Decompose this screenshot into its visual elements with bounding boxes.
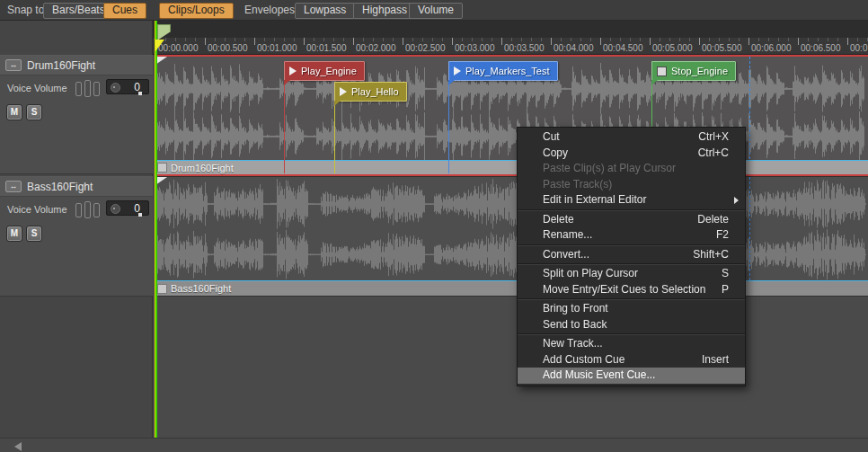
flag-tail	[284, 80, 290, 85]
time-ruler[interactable]: 00:00.00000:00.50000:01.00000:01.50000:0…	[153, 38, 868, 55]
ruler-tick	[798, 38, 799, 45]
menu-item-label: Move Entry/Exit Cues to Selection	[543, 282, 705, 298]
ruler-tick	[314, 38, 314, 41]
menu-item-shortcut: S	[722, 266, 729, 282]
track-header-bass[interactable]: ↔ Bass160Fight Voice Volume 0 M S	[0, 176, 153, 297]
cue-flag-play-markers-test[interactable]: Play_Markers_Test	[448, 61, 558, 81]
menu-item-cut[interactable]: CutCtrl+X	[518, 129, 745, 146]
mute-button[interactable]: M	[6, 104, 22, 120]
menu-item-bring-to-front[interactable]: Bring to Front	[518, 301, 745, 317]
menu-item-move-entry-exit-cues-to-selection[interactable]: Move Entry/Exit Cues to SelectionP	[518, 282, 745, 298]
ruler-time-label: 00:04.000	[554, 43, 594, 53]
ruler-tick	[353, 38, 354, 45]
menu-item-label: Copy	[543, 146, 568, 162]
exit-cue-line	[749, 57, 750, 159]
menu-item-shortcut: F2	[716, 227, 729, 244]
mute-button[interactable]: M	[6, 226, 22, 242]
menu-item-send-to-back[interactable]: Send to Back	[518, 317, 745, 333]
ruler-tick	[363, 38, 364, 41]
ruler-tick	[284, 38, 285, 41]
ruler-tick	[610, 38, 611, 41]
menu-item-label: Rename...	[543, 227, 592, 244]
ruler-tick	[521, 38, 522, 41]
ruler-tick	[373, 38, 374, 41]
menu-separator	[518, 263, 745, 265]
horizontal-scrollbar[interactable]	[0, 438, 868, 452]
ruler-time-label: 00:05.000	[652, 43, 693, 53]
envelope-button-highpass[interactable]: Highpass	[353, 3, 416, 19]
solo-button[interactable]: S	[26, 226, 42, 242]
clip-arrows-icon: ↔	[5, 59, 22, 71]
ruler-tick	[729, 38, 730, 41]
track-titlebar: ↔ Drum160Fight	[0, 56, 153, 75]
volume-field[interactable]: 0	[106, 79, 149, 94]
menu-item-label: Add Custom Cue	[543, 352, 624, 368]
menu-item-edit-in-external-editor[interactable]: Edit in External Editor	[518, 192, 745, 208]
ruler-tick	[857, 38, 858, 41]
menu-item-copy[interactable]: CopyCtrl+C	[518, 146, 745, 162]
menu-item-split-on-play-cursor[interactable]: Split on Play CursorS	[518, 266, 745, 282]
clip-bass160fight[interactable]: Bass160Fight	[155, 176, 868, 297]
ruler-tick	[432, 38, 433, 41]
menu-separator	[518, 333, 745, 335]
ruler-tick	[650, 38, 651, 45]
ruler-tick	[294, 38, 295, 41]
ruler-time-label: 00:00.500	[208, 43, 248, 53]
menu-item-add-music-event-cue[interactable]: Add Music Event Cue...	[518, 368, 745, 384]
menu-item-convert[interactable]: Convert...Shift+C	[518, 247, 745, 263]
ruler-tick	[541, 38, 542, 41]
ruler-tick	[679, 38, 680, 41]
menu-item-label: Send to Back	[543, 317, 607, 333]
meter-icon	[75, 80, 100, 97]
solo-button[interactable]: S	[26, 104, 42, 120]
cue-lane[interactable]	[153, 21, 868, 38]
play-cursor-head-icon[interactable]	[155, 40, 164, 51]
menu-item-rename[interactable]: Rename...F2	[518, 227, 745, 244]
ruler-tick	[244, 38, 245, 41]
cue-flag-play-hello[interactable]: Play_Hello	[334, 82, 407, 102]
stop-icon	[657, 66, 667, 76]
volume-field[interactable]: 0	[106, 200, 149, 216]
track-name: Bass160Fight	[27, 181, 93, 193]
ruler-tick	[580, 38, 581, 41]
ruler-time-label: 00:02.500	[405, 43, 446, 53]
clip-name-bar[interactable]: Bass160Fight	[155, 280, 868, 296]
volume-slider-dot	[138, 92, 142, 95]
menu-item-new-track[interactable]: New Track...	[518, 336, 745, 352]
menu-item-delete[interactable]: DeleteDelete	[518, 212, 745, 228]
cue-flag-label: Play_Markers_Test	[465, 66, 550, 76]
ruler-tick	[185, 38, 186, 41]
menu-item-label: Bring to Front	[543, 301, 608, 317]
clip-color-chip	[157, 163, 167, 173]
ruler-time-label: 00:05.500	[702, 43, 742, 53]
ruler-time-label: 00:01.000	[257, 43, 297, 53]
clip-name-label: Bass160Fight	[171, 283, 231, 294]
ruler-tick	[482, 38, 483, 41]
snap-button-cues[interactable]: Cues	[103, 3, 146, 19]
ruler-tick	[739, 38, 740, 41]
menu-item-shortcut: Shift+C	[693, 247, 729, 263]
ruler-tick	[264, 38, 265, 41]
track-header-drum[interactable]: ↔ Drum160Fight Voice Volume 0 M S	[0, 55, 153, 174]
cue-flag-play-engine[interactable]: Play_Engine	[284, 61, 365, 81]
volume-knob[interactable]	[111, 83, 120, 93]
cue-flag-label: Play_Engine	[301, 66, 357, 76]
voice-volume-label: Voice Volume	[7, 83, 67, 93]
ruler-tick	[422, 38, 423, 41]
envelope-button-lowpass[interactable]: Lowpass	[295, 3, 355, 19]
menu-item-add-custom-cue[interactable]: Add Custom CueInsert	[518, 352, 745, 368]
menu-item-shortcut: Ctrl+C	[698, 146, 729, 162]
track-controls: Voice Volume 0 M S	[0, 197, 153, 287]
scroll-left-icon[interactable]	[14, 442, 22, 451]
clip-name-bar[interactable]: Drum160Fight	[155, 160, 868, 174]
snap-button-clips-loops[interactable]: Clips/Loops	[159, 3, 234, 19]
ruler-tick	[333, 38, 334, 41]
cue-flag-stop-engine[interactable]: Stop_Engine	[651, 61, 736, 81]
music-segment-editor: Snap to: Envelopes: Bars/BeatsCuesClips/…	[0, 0, 868, 452]
envelope-button-volume[interactable]: Volume	[409, 3, 463, 19]
ruler-tick	[501, 38, 502, 45]
ruler-tick	[689, 38, 690, 41]
menu-item-shortcut: Delete	[697, 212, 729, 228]
volume-knob[interactable]	[111, 204, 120, 214]
menu-item-label: Edit in External Editor	[543, 192, 646, 208]
